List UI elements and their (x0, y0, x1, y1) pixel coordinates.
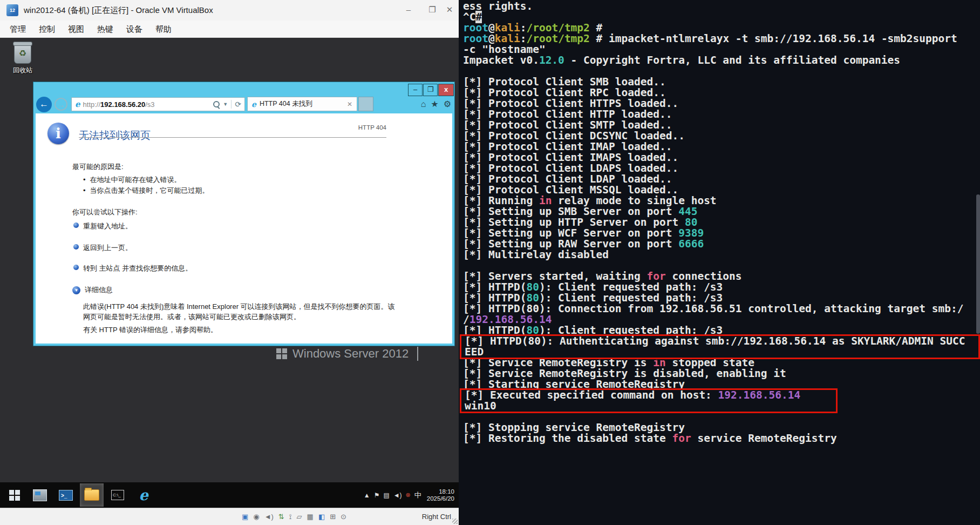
tray-time: 18:10 (427, 488, 454, 495)
terminal-line: [*] Protocol Client LDAP loaded.. (463, 174, 980, 185)
action-item: 转到 主站点 并查找你想要的信息。 (83, 264, 192, 273)
tray-date: 2025/6/20 (427, 495, 454, 502)
bullet-icon (73, 223, 79, 228)
screen: 12 win2012-64 (备机) [正在运行] - Oracle VM Vi… (0, 0, 980, 525)
tray-volume-icon[interactable]: ◄) (393, 492, 402, 499)
terminal-output: ess rights.^C#root@kali:/root/tmp2 #root… (459, 1, 980, 444)
server-manager-icon (33, 489, 47, 501)
taskbar-item-ie[interactable]: e (132, 483, 155, 507)
menu-help[interactable]: 帮助 (149, 21, 178, 38)
terminal-line: [*] Service RemoteRegistry is in stopped… (463, 358, 980, 368)
terminal-line: [*] Stopping service RemoteRegistry (463, 422, 980, 433)
terminal-line: [*] Restoring the disabled state for ser… (463, 433, 980, 444)
terminal-line: EED (465, 347, 978, 358)
ie-close-button[interactable]: x (438, 84, 454, 96)
terminal-line: -c "hostname" (463, 44, 980, 55)
virtualbox-maximize-button[interactable]: ❐ (424, 2, 440, 17)
terminal-line: [*] Servers started, waiting for connect… (463, 271, 980, 282)
terminal-line: [*] Setting up SMB Server on port 445 (463, 206, 980, 217)
terminal-line: [*] HTTPD(80): Authenticating against sm… (465, 336, 978, 347)
address-url[interactable]: http://192.168.56.20/s3 (83, 100, 155, 109)
tab-title: HTTP 404 未找到 (260, 99, 312, 109)
terminal-line: root@kali:/root/tmp2 # impacket-ntlmrela… (463, 33, 980, 44)
tab-close-icon[interactable]: ✕ (347, 100, 352, 108)
desktop-watermark: Windows Server 2012 (276, 347, 418, 361)
menu-machine[interactable]: 管理 (3, 21, 32, 38)
windows-logo-icon (276, 348, 287, 359)
refresh-icon[interactable]: ⟳ (231, 100, 241, 109)
ie-maximize-button[interactable]: ❐ (423, 84, 438, 96)
settings-gear-icon[interactable]: ⚙ (444, 98, 451, 110)
back-button[interactable]: ← (36, 97, 52, 112)
menu-view[interactable]: 视图 (62, 21, 91, 38)
virtualbox-close-button[interactable]: ✕ (441, 2, 458, 17)
error-title: 无法找到该网页 (79, 129, 151, 143)
tray-network-icon[interactable]: ▤ (383, 492, 389, 499)
terminal-scrollbar[interactable] (976, 194, 980, 334)
causes-heading: 最可能的原因是: (72, 162, 124, 172)
terminal-line: [*] Protocol Client HTTPS loaded.. (463, 98, 980, 109)
virtualbox-titlebar[interactable]: 12 win2012-64 (备机) [正在运行] - Oracle VM Vi… (0, 0, 459, 21)
terminal-line: [*] HTTPD(80): Client requested path: /s… (463, 293, 980, 304)
terminal-line (463, 66, 980, 77)
taskbar-item-server-manager[interactable] (28, 483, 52, 507)
terminal-line: [*] Protocol Client LDAPS loaded.. (463, 163, 980, 174)
ime-indicator[interactable]: 中 (414, 490, 421, 500)
system-tray: ▲ ⚑ ▤ ◄) ⊗ 中 18:10 2025/6/20 (364, 482, 458, 508)
taskbar-item-cmd[interactable]: C:\_ (106, 483, 130, 507)
terminal-line: /192.168.56.14 (463, 314, 980, 325)
status-shared-folder-icon: ▱ (297, 513, 302, 521)
new-tab-button[interactable] (358, 97, 373, 111)
terminal-line: [*] Protocol Client DCSYNC loaded.. (463, 131, 980, 142)
details-text: 此错误(HTTP 404 未找到)意味着 Internet Explorer 可… (83, 301, 400, 322)
tray-expand-icon[interactable]: ▲ (364, 492, 370, 499)
status-cd-icon: ◉ (253, 513, 259, 521)
terminal-window[interactable]: ess rights.^C#root@kali:/root/tmp2 #root… (459, 0, 980, 525)
action-item: 重新键入地址。 (83, 221, 132, 231)
ie-minimize-button[interactable]: – (408, 84, 423, 96)
tray-clock[interactable]: 18:10 2025/6/20 (427, 488, 458, 502)
terminal-line: [*] Running in relay mode to single host (463, 196, 980, 206)
status-hdd-icon: ▣ (242, 513, 248, 521)
chevron-down-icon[interactable]: ▼ (223, 102, 228, 107)
cause-item: 当你点击某个链接时，它可能已过期。 (83, 186, 209, 196)
tray-flag-icon[interactable]: ⚑ (374, 492, 380, 499)
taskbar-item-powershell[interactable]: >_ (54, 483, 78, 507)
tray-alert-icon[interactable]: ⊗ (406, 492, 411, 499)
virtualbox-minimize-button[interactable]: – (400, 2, 417, 17)
terminal-line: [*] Protocol Client MSSQL loaded.. (463, 185, 980, 196)
virtualbox-window: 12 win2012-64 (备机) [正在运行] - Oracle VM Vi… (0, 0, 459, 525)
terminal-line: [*] Setting up HTTP Server on port 80 (463, 217, 980, 228)
tab-http-404[interactable]: e HTTP 404 未找到 ✕ (247, 97, 357, 111)
terminal-line: [*] Service RemoteRegistry is disabled, … (463, 368, 980, 379)
terminal-line: root@kali:/root/tmp2 # (463, 23, 980, 33)
status-network-icon: ⇅ (278, 513, 284, 521)
status-audio-icon: ◄) (264, 513, 274, 521)
ie-navigation-bar: ← → e http://192.168.56.20/s3 ▼ ⟳ e HT (33, 97, 454, 112)
ie-window: – ❐ x ← → e http://192.168.56.20/s3 ▼ ⟳ (33, 82, 454, 346)
details-toggle[interactable]: ▼ 详细信息 (72, 285, 113, 295)
favorites-star-icon[interactable]: ★ (431, 98, 438, 110)
address-bar[interactable]: e http://192.168.56.20/s3 ▼ ⟳ (71, 97, 245, 111)
resize-grip[interactable] (452, 519, 458, 524)
terminal-line (463, 260, 980, 271)
annotation-box: [*] HTTPD(80): Authenticating against sm… (460, 334, 980, 359)
terminal-line: [*] Protocol Client SMTP loaded.. (463, 120, 980, 131)
forward-button[interactable]: → (55, 98, 67, 111)
details-label: 详细信息 (85, 285, 113, 295)
home-icon[interactable]: ⌂ (421, 98, 426, 110)
menu-control[interactable]: 控制 (32, 21, 62, 38)
annotation-box: [*] Executed specified command on host: … (460, 388, 838, 413)
terminal-line: [*] Protocol Client RPC loaded.. (463, 88, 980, 98)
status-display-icon: ▦ (307, 513, 314, 521)
start-button[interactable] (4, 487, 25, 503)
menu-devices[interactable]: 设备 (120, 21, 149, 38)
terminal-line: win10 (465, 401, 836, 412)
search-icon[interactable] (213, 101, 220, 107)
recycle-bin[interactable]: 回收站 (6, 43, 39, 75)
expand-arrow-icon[interactable]: ▼ (72, 286, 80, 294)
menu-hotkeys[interactable]: 热键 (91, 21, 120, 38)
terminal-line: [*] Setting up WCF Server on port 9389 (463, 228, 980, 239)
taskbar-item-file-explorer[interactable] (80, 483, 104, 507)
terminal-line: [*] Executed specified command on host: … (465, 390, 836, 401)
